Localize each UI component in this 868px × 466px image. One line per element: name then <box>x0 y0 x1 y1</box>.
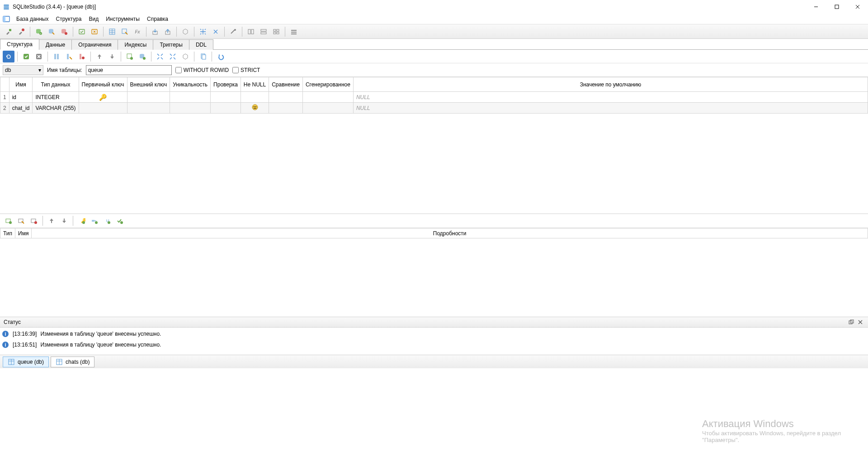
db-selector[interactable]: db ▾ <box>3 65 43 75</box>
col-header-generated[interactable]: Сгенерированное <box>302 77 353 92</box>
edit-column-icon[interactable] <box>63 51 75 62</box>
collapse-icon[interactable] <box>210 26 222 38</box>
layout1-icon[interactable] <box>245 26 257 38</box>
delete-constraint-icon[interactable] <box>28 215 40 227</box>
col-header-fk[interactable]: Внешний ключ <box>127 77 170 92</box>
tab-constraints[interactable]: Ограничения <box>71 39 118 50</box>
function-icon[interactable]: Fx <box>132 26 143 38</box>
disconnect-icon[interactable] <box>15 26 27 38</box>
menu-help[interactable]: Справка <box>143 14 172 24</box>
tab-indexes[interactable]: Индексы <box>118 39 153 50</box>
layout3-icon[interactable] <box>270 26 282 38</box>
col-header-default[interactable]: Значение по умолчанию <box>353 77 868 92</box>
panel-toggle-icon[interactable] <box>2 14 11 24</box>
svg-point-45 <box>82 57 85 59</box>
move-down-icon[interactable] <box>106 51 118 62</box>
import-icon[interactable] <box>149 26 161 38</box>
collapse-blue-icon[interactable] <box>167 51 179 62</box>
svg-rect-1 <box>4 6 9 8</box>
constraint-header-details[interactable]: Подробности <box>32 228 868 238</box>
tab-triggers[interactable]: Триггеры <box>153 39 189 50</box>
constraint-up-icon[interactable] <box>46 215 57 227</box>
table-row[interactable]: 2 chat_id VARCHAR (255) NULL <box>0 103 868 114</box>
rollback-icon[interactable] <box>89 26 100 38</box>
expand-icon[interactable] <box>197 26 209 38</box>
cube-icon[interactable] <box>179 26 191 38</box>
check-add-icon[interactable] <box>114 215 126 227</box>
menu-structure[interactable]: Структура <box>52 14 85 24</box>
svg-point-59 <box>34 221 37 224</box>
close-button[interactable] <box>847 0 868 14</box>
export-icon[interactable] <box>162 26 174 38</box>
constraint-header-name[interactable]: Имя <box>15 228 32 238</box>
col-header-type[interactable]: Тип данных <box>33 77 79 92</box>
menubar: База данных Структура Вид Инструменты Сп… <box>0 14 868 24</box>
titlebar: SQLiteStudio (3.4.4) - [queue (db)] <box>0 0 868 14</box>
col-header-collate[interactable]: Сравнение <box>269 77 303 92</box>
table-name-input[interactable] <box>86 65 172 75</box>
delete-column-icon[interactable] <box>76 51 88 62</box>
unique-add-icon[interactable]: U <box>101 215 113 227</box>
remove-db-icon[interactable] <box>58 26 70 38</box>
rollback-structure-icon[interactable] <box>33 51 45 62</box>
pk-add-icon[interactable]: 🔑 <box>76 215 88 227</box>
minimize-button[interactable] <box>806 0 826 14</box>
status-restore-icon[interactable] <box>847 318 855 326</box>
svg-rect-38 <box>291 33 297 34</box>
refresh-structure-icon[interactable] <box>3 51 14 62</box>
tab-ddl[interactable]: DDL <box>189 39 213 50</box>
app-icon <box>3 3 10 10</box>
svg-rect-43 <box>67 54 69 59</box>
settings-icon[interactable] <box>227 26 239 38</box>
task-item-queue[interactable]: queue (db) <box>3 357 49 367</box>
status-close-icon[interactable] <box>856 318 864 326</box>
svg-point-63 <box>95 221 98 224</box>
col-header-notnull[interactable]: Не NULL <box>241 77 269 92</box>
not-null-icon <box>252 105 258 112</box>
table-row[interactable]: 1 id INTEGER 🔑 NULL <box>0 92 868 103</box>
tab-data[interactable]: Данные <box>39 39 72 50</box>
menu-view[interactable]: Вид <box>85 14 102 24</box>
move-up-icon[interactable] <box>94 51 105 62</box>
main-toolbar: + Fx <box>0 24 868 39</box>
svg-rect-28 <box>248 29 250 34</box>
menu-database[interactable]: База данных <box>13 14 52 24</box>
tab-structure[interactable]: Структура <box>0 39 39 50</box>
add-index-icon[interactable] <box>137 51 148 62</box>
svg-rect-42 <box>57 54 59 59</box>
status-line: i [13:16:51] Изменения в таблицу 'queue'… <box>2 339 866 350</box>
add-table-green-icon[interactable] <box>124 51 136 62</box>
add-column-icon[interactable] <box>51 51 62 62</box>
status-body: i [13:16:39] Изменения в таблицу 'queue'… <box>0 328 868 355</box>
fk-add-icon[interactable] <box>89 215 100 227</box>
task-item-chats[interactable]: chats (db) <box>51 357 94 367</box>
add-db-icon[interactable]: + <box>33 26 45 38</box>
expand-blue-icon[interactable] <box>154 51 166 62</box>
col-header-unique[interactable]: Уникальность <box>170 77 211 92</box>
undo-icon[interactable] <box>215 51 226 62</box>
add-constraint-icon[interactable] <box>3 215 14 227</box>
cube2-icon[interactable] <box>179 51 191 62</box>
edit-constraint-icon[interactable] <box>15 215 27 227</box>
commit-structure-icon[interactable] <box>20 51 32 62</box>
edit-table-icon[interactable] <box>119 26 131 38</box>
commit-icon[interactable] <box>76 26 88 38</box>
strict-checkbox[interactable]: STRICT <box>232 67 260 73</box>
edit-db-icon[interactable] <box>46 26 57 38</box>
without-rowid-checkbox[interactable]: WITHOUT ROWID <box>175 67 229 73</box>
constraint-header-type[interactable]: Тип <box>0 228 15 238</box>
col-header-name[interactable]: Имя <box>9 77 33 92</box>
menu-tools[interactable]: Инструменты <box>102 14 143 24</box>
svg-rect-4 <box>835 5 839 9</box>
layout2-icon[interactable] <box>258 26 269 38</box>
copy-ddl-icon[interactable] <box>197 51 209 62</box>
svg-point-53 <box>254 106 255 107</box>
maximize-button[interactable] <box>826 0 847 14</box>
connect-icon[interactable] <box>3 26 14 38</box>
constraints-grid: Тип Имя Подробности <box>0 228 868 317</box>
table-icon[interactable] <box>106 26 118 38</box>
window-list-icon[interactable] <box>288 26 300 38</box>
constraint-down-icon[interactable] <box>58 215 70 227</box>
col-header-check[interactable]: Проверка <box>211 77 241 92</box>
col-header-pk[interactable]: Первичный ключ <box>79 77 127 92</box>
